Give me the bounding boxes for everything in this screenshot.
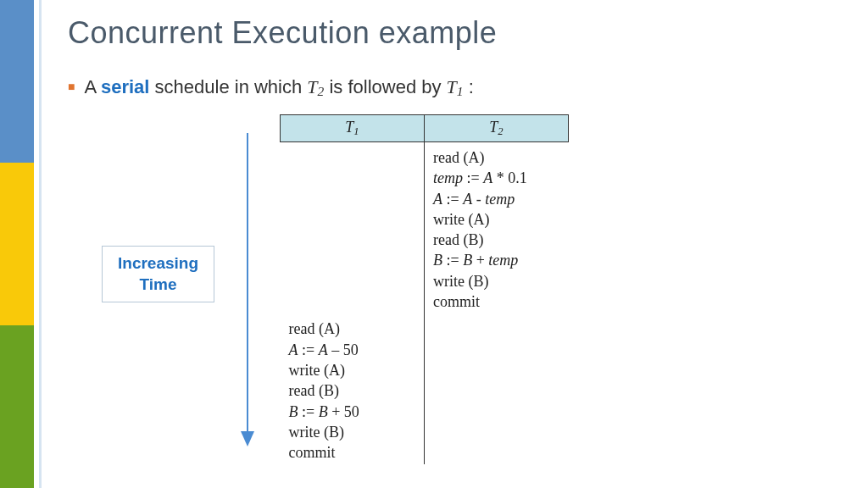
bullet-keyword: serial [101, 76, 150, 97]
band-green [0, 325, 34, 488]
op: write (B) [433, 271, 560, 291]
slide-title: Concurrent Execution example [68, 15, 843, 51]
op: B := B + temp [433, 250, 560, 270]
bullet-tail: : [464, 76, 474, 97]
op: write (A) [289, 360, 416, 380]
band-blue [0, 0, 34, 163]
bullet-line: ■ A serial schedule in which T2 is follo… [68, 76, 843, 99]
increasing-time-box: Increasing Time [102, 246, 214, 302]
cell-T1-empty [281, 142, 425, 314]
incbox-line2: Time [118, 274, 198, 296]
op: B := B + 50 [289, 402, 416, 422]
thin-vertical-line [39, 0, 42, 488]
cell-T2-empty [425, 313, 569, 464]
cell-T2-ops: read (A) temp := A * 0.1 A := A - temp w… [425, 142, 569, 314]
stage: Increasing Time T1 T2 read (A) temp := A… [68, 114, 843, 470]
table-header-row: T1 T2 [281, 115, 569, 142]
time-arrow-icon [237, 133, 258, 446]
table-row: read (A) A := A – 50 write (A) read (B) … [281, 313, 569, 464]
op: temp := A * 0.1 [433, 168, 560, 188]
op: write (A) [433, 209, 560, 230]
col-header-T1: T1 [281, 115, 425, 142]
op: read (B) [433, 230, 560, 250]
bullet-mid2: is followed by [324, 76, 446, 97]
schedule-table: T1 T2 read (A) temp := A * 0.1 A := A - … [280, 114, 569, 464]
bullet-T1: T1 [447, 76, 464, 97]
op: read (A) [433, 147, 560, 168]
op: read (A) [289, 319, 416, 339]
band-yellow [0, 163, 34, 325]
op: read (B) [289, 380, 416, 401]
bullet-T2: T2 [307, 76, 324, 97]
op: A := A - temp [433, 189, 560, 209]
col-header-T2: T2 [425, 115, 569, 142]
bullet-mid: schedule in which [149, 76, 307, 97]
incbox-line1: Increasing [118, 253, 198, 274]
sidebar-bands [0, 0, 34, 488]
slide-content: Concurrent Execution example ■ A serial … [68, 15, 843, 470]
bullet-prefix: A [84, 76, 101, 97]
op: A := A – 50 [289, 340, 416, 360]
cell-T1-ops: read (A) A := A – 50 write (A) read (B) … [281, 313, 425, 464]
op: write (B) [289, 422, 416, 442]
schedule-table-wrap: T1 T2 read (A) temp := A * 0.1 A := A - … [280, 114, 569, 464]
bullet-marker: ■ [68, 80, 75, 93]
op: commit [433, 291, 560, 312]
op: commit [289, 442, 416, 463]
svg-marker-1 [241, 431, 254, 446]
table-row: read (A) temp := A * 0.1 A := A - temp w… [281, 142, 569, 314]
